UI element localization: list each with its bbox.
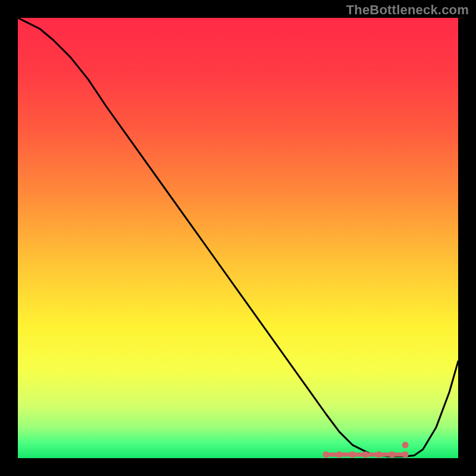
bottleneck-chart <box>0 0 476 476</box>
optimal-zone-dot <box>336 452 343 458</box>
optimal-zone-dot <box>402 441 409 448</box>
optimal-zone-dot <box>375 452 382 458</box>
chart-container: { "watermark": "TheBottleneck.com", "gra… <box>0 0 476 476</box>
plot-background <box>18 18 458 458</box>
optimal-zone-dot <box>323 452 330 458</box>
optimal-zone-dot <box>389 452 396 458</box>
optimal-zone-dot <box>402 452 409 458</box>
optimal-zone-dot <box>349 452 356 458</box>
optimal-zone-dot <box>362 452 369 458</box>
watermark-text: TheBottleneck.com <box>346 2 469 18</box>
